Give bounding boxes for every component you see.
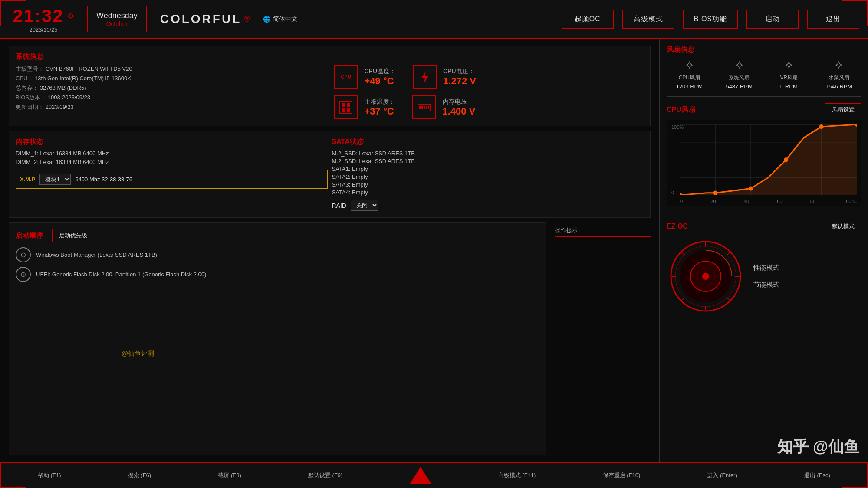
- fan-setting-button[interactable]: 风扇设置: [825, 103, 861, 116]
- fan-card-3: ✧ 水泵风扇 1546 RPM: [816, 58, 861, 90]
- corner-decoration-tl: [0, 0, 26, 26]
- op-hint-label: 操作提示: [555, 226, 651, 234]
- month-name: October: [106, 20, 128, 27]
- search-label: 搜索 (F6): [128, 472, 151, 479]
- main-content: 系统信息 主板型号： CVN B760I FROZEN WIFI D5 V20 …: [0, 39, 868, 462]
- chart-container: 100% 0: [667, 120, 861, 206]
- svg-rect-3: [347, 103, 350, 107]
- x-label-3: 60: [777, 199, 782, 204]
- enter-item[interactable]: 进入 (Enter): [707, 472, 737, 479]
- svg-rect-2: [342, 103, 345, 107]
- update-value: 2023/09/23: [46, 104, 74, 110]
- svg-line-39: [727, 298, 730, 301]
- raid-label: RAID: [332, 202, 346, 209]
- advanced-mode-item[interactable]: 高级模式 (F11): [498, 472, 536, 479]
- performance-mode[interactable]: 性能模式: [753, 264, 779, 272]
- ezoc-modes: 性能模式 节能模式: [753, 264, 779, 289]
- xmp-label: X.M.P: [20, 176, 35, 183]
- cpu-volt-info: CPU电压： 1.272 V: [443, 68, 476, 87]
- sensor-row-2: 主板温度： +37 °C: [334, 95, 644, 119]
- disk-icon-0: ⊙: [16, 247, 31, 262]
- mb-temp-card: 主板温度： +37 °C: [334, 95, 395, 119]
- oc-button[interactable]: 超频OC: [562, 10, 614, 29]
- globe-icon: 🌐: [263, 16, 270, 23]
- system-info-title: 系统信息: [16, 52, 644, 62]
- memory-info: 总内存： 32768 MB (DDR5): [16, 84, 326, 92]
- triangle-icon: [410, 467, 431, 484]
- mem-volt-info: 内存电压： 1.400 V: [443, 98, 476, 117]
- fan-icon-2: ✧: [784, 58, 794, 72]
- svg-line-38: [681, 298, 684, 301]
- system-info-section: 系统信息 主板型号： CVN B760I FROZEN WIFI D5 V20 …: [9, 46, 651, 126]
- svg-rect-5: [347, 108, 350, 112]
- date-display: 2023/10/25: [29, 26, 57, 33]
- raid-select[interactable]: 关闭: [351, 200, 378, 211]
- boot-priority-button[interactable]: 启动优先级: [52, 229, 94, 242]
- bios-info: BIOS版本： 1003-2023/09/23: [16, 94, 326, 102]
- memory-sata-section: 内存状态 DIMM_1: Lexar 16384 MB 6400 MHz DIM…: [9, 131, 651, 218]
- sys-info-right: CPU CPU温度： +49 °C: [334, 65, 644, 119]
- mb-value: CVN B760I FROZEN WIFI D5 V20: [46, 66, 132, 72]
- cpu-fan-section: CPU风扇 风扇设置 100% 0: [667, 103, 861, 206]
- screenshot-item[interactable]: 截屏 (F8): [218, 472, 241, 479]
- save-reboot-item[interactable]: 保存重启 (F10): [603, 472, 641, 479]
- header: 21:32 ⚙ 2023/10/25 Wednesday October COL…: [0, 0, 868, 39]
- mem-volt-label: 内存电压：: [443, 98, 476, 106]
- cpu-volt-card: CPU电压： 1.272 V: [413, 65, 476, 89]
- save-reboot-label: 保存重启 (F10): [603, 472, 641, 479]
- fan-grid: ✧ CPU风扇 1203 RPM ✧ 系统风扇 5487 RPM ✧ VR风扇 …: [667, 58, 861, 90]
- default-mode-button[interactable]: 默认模式: [825, 220, 861, 233]
- bottom-bar: 帮助 (F1) 搜索 (F6) 截屏 (F8) 默认设置 (F9) 高级模式 (…: [0, 462, 868, 488]
- advanced-mode-button[interactable]: 高级模式: [622, 10, 674, 29]
- x-label-1: 20: [710, 199, 716, 204]
- xmp-select[interactable]: 模块1: [39, 174, 71, 185]
- mb-temp-value: +37 °C: [365, 106, 395, 117]
- mem-volt-card: 内存电压： 1.400 V: [412, 95, 476, 119]
- default-settings-item[interactable]: 默认设置 (F9): [308, 472, 342, 479]
- bios-value: 1003-2023/09/23: [48, 94, 90, 101]
- mb-label: 主板型号：: [16, 66, 44, 72]
- ezoc-dial-svg: [667, 237, 745, 315]
- boot-button[interactable]: 启动: [746, 10, 799, 29]
- header-divider: [87, 6, 88, 32]
- sata-title: SATA状态: [332, 138, 644, 147]
- cpu-info: CPU： 13th Gen Intel(R) Core(TM) i5-13600…: [16, 75, 326, 82]
- sata-item-4: SATA3: Empty: [332, 181, 644, 188]
- watermark: 知乎 @仙鱼: [777, 436, 859, 458]
- chart-y-min: 0: [671, 190, 674, 195]
- sata-item-5: SATA4: Empty: [332, 189, 644, 196]
- power-save-mode[interactable]: 节能模式: [753, 281, 779, 289]
- ezoc-dial[interactable]: [667, 237, 745, 315]
- dimm1: DIMM_1: Lexar 16384 MB 6400 MHz: [16, 150, 328, 157]
- ezoc-title: EZ OC: [667, 223, 688, 230]
- cpu-temp-label: CPU温度：: [365, 68, 396, 75]
- separator-1: [667, 96, 861, 97]
- boot-header: 启动顺序 启动优先级: [16, 229, 539, 242]
- brand-sup: ®: [244, 15, 250, 24]
- search-item[interactable]: 搜索 (F6): [128, 472, 151, 479]
- separator-2: [667, 213, 861, 213]
- sata-item-0: M.2_SSD: Lexar SSD ARES 1TB: [332, 150, 644, 157]
- svg-rect-7: [419, 106, 421, 109]
- xmp-bar: X.M.P 模块1 6400 Mhz 32-38-38-76: [16, 170, 328, 189]
- language-selector[interactable]: 🌐 简体中文: [263, 15, 297, 23]
- screenshot-label: 截屏 (F8): [218, 472, 241, 479]
- fan-card-1: ✧ 系统风扇 5487 RPM: [717, 58, 762, 90]
- fan-rpm-3: 1546 RPM: [825, 83, 852, 90]
- cpu-fan-title: CPU风扇: [667, 105, 695, 115]
- help-item[interactable]: 帮助 (F1): [38, 472, 61, 479]
- fan-name-3: 水泵风扇: [829, 74, 849, 82]
- boot-item-1: ⊙ UEFI: Generic Flash Disk 2.00, Partiti…: [16, 267, 539, 282]
- bios-function-button[interactable]: BIOS功能: [683, 10, 738, 29]
- x-label-5: 100°C: [843, 199, 857, 204]
- brand-name: COLORFUL: [160, 12, 242, 26]
- x-label-4: 80: [810, 199, 815, 204]
- center-triangle: [410, 467, 431, 484]
- esc-label: 退出 (Esc): [804, 472, 830, 479]
- op-hint-section: 操作提示: [555, 226, 651, 455]
- mb-temp-label: 主板温度：: [365, 98, 395, 106]
- x-label-0: 0: [680, 199, 683, 204]
- esc-item[interactable]: 退出 (Esc): [804, 472, 830, 479]
- memory-value: 32768 MB (DDR5): [40, 85, 86, 91]
- memory-status: 内存状态 DIMM_1: Lexar 16384 MB 6400 MHz DIM…: [16, 138, 328, 211]
